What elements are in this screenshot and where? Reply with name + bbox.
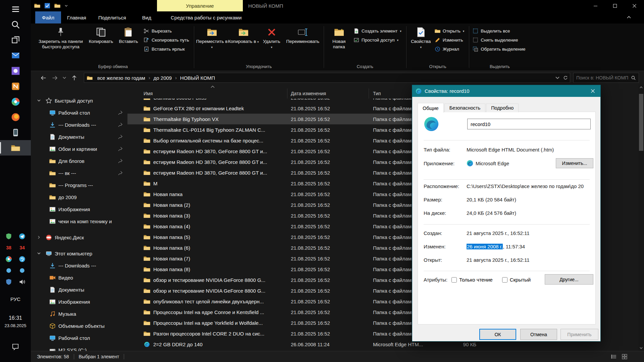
qat-customize-icon[interactable] bbox=[64, 4, 68, 8]
cut-button[interactable]: Вырезать bbox=[142, 27, 192, 35]
refresh-icon[interactable] bbox=[563, 75, 568, 80]
dialog-tab-1[interactable]: Общие bbox=[418, 103, 444, 113]
easy-access-button[interactable]: Простой доступ▾ bbox=[352, 37, 404, 44]
sidebar-item[interactable]: Рабочий стол bbox=[31, 107, 127, 119]
chevron-down-icon[interactable] bbox=[37, 98, 46, 103]
address-field[interactable]: все железо по годам›до 2009›НОВЫЙ КОМП bbox=[84, 73, 570, 83]
taskbar-mail-app[interactable] bbox=[0, 48, 31, 63]
tab-home[interactable]: Главная bbox=[61, 11, 92, 23]
recent-locations-button[interactable] bbox=[60, 73, 68, 83]
filename-input[interactable] bbox=[467, 119, 591, 129]
breadcrumb-item[interactable]: НОВЫЙ КОМП bbox=[178, 74, 217, 81]
context-ribbon-header[interactable]: Управление bbox=[157, 0, 243, 11]
taskbar-start-menu[interactable] bbox=[0, 1, 31, 17]
tray-defender[interactable] bbox=[5, 278, 13, 286]
tray-telegram[interactable] bbox=[18, 232, 26, 240]
taskbar-file-explorer[interactable] bbox=[0, 140, 31, 156]
taskbar-phone-link[interactable] bbox=[0, 125, 31, 140]
dialog-tab-3[interactable]: Подробно bbox=[486, 104, 519, 112]
tray-tray-app-2[interactable] bbox=[18, 266, 26, 275]
hidden-checkbox[interactable] bbox=[502, 277, 507, 283]
delete-button[interactable]: Удалить▾ bbox=[259, 25, 284, 61]
clock[interactable]: 16:31 23.08.2025 bbox=[0, 315, 31, 328]
tab-picture-tools[interactable]: Средства работы с рисунками bbox=[165, 11, 248, 23]
action-center-button[interactable] bbox=[0, 343, 31, 351]
invert-selection-button[interactable]: Обратить выделение bbox=[471, 46, 528, 53]
tray-volume[interactable] bbox=[18, 278, 26, 286]
thumbnails-view-icon[interactable] bbox=[622, 354, 627, 359]
change-app-button[interactable]: Изменить... bbox=[556, 158, 593, 168]
sidebar-item[interactable]: Изображения bbox=[31, 296, 127, 308]
details-view-icon[interactable] bbox=[611, 354, 616, 359]
paste-shortcut-button[interactable]: Вставить ярлык bbox=[142, 46, 192, 53]
history-button[interactable]: Журнал bbox=[433, 46, 467, 53]
qat-new-folder-icon[interactable] bbox=[54, 3, 60, 9]
scroll-down-button[interactable] bbox=[638, 345, 644, 351]
taskbar-task-view[interactable] bbox=[0, 32, 31, 48]
sidebar-item[interactable]: --- Downloads --- bbox=[31, 119, 127, 131]
ok-button[interactable]: ОК bbox=[479, 329, 516, 340]
new-folder-button[interactable]: Новая папка bbox=[326, 25, 352, 61]
readonly-checkbox[interactable] bbox=[451, 277, 457, 283]
copy-path-button[interactable]: Скопировать путь bbox=[142, 37, 192, 44]
edit-button[interactable]: Изменить bbox=[433, 37, 467, 44]
sidebar-item[interactable]: Видео bbox=[31, 272, 127, 284]
sidebar-item[interactable]: Яндекс.Диск bbox=[31, 231, 127, 243]
other-attributes-button[interactable]: Другие... bbox=[545, 274, 593, 285]
tray-qbittorrent[interactable] bbox=[18, 255, 26, 263]
tab-file[interactable]: Файл bbox=[35, 11, 61, 23]
sidebar-item[interactable]: Изображения bbox=[31, 203, 127, 215]
back-button[interactable] bbox=[38, 73, 49, 83]
tray-temp-monitor-2[interactable]: 34 bbox=[18, 244, 26, 252]
copy-button[interactable]: Копировать bbox=[87, 25, 115, 61]
language-indicator[interactable]: РУС bbox=[0, 296, 31, 302]
minimize-button[interactable] bbox=[586, 0, 605, 11]
sidebar-item[interactable]: чеки на комп технику и bbox=[31, 215, 127, 227]
vertical-scrollbar[interactable] bbox=[638, 84, 644, 351]
forward-button[interactable] bbox=[49, 73, 60, 83]
sidebar-item[interactable]: Музыка bbox=[31, 308, 127, 320]
copy-to-button[interactable]: Копировать в ▾ bbox=[228, 25, 259, 61]
cancel-button[interactable]: Отмена bbox=[520, 329, 557, 340]
sidebar-item[interactable]: до 2009 bbox=[31, 191, 127, 203]
column-header-date[interactable]: Дата изменения bbox=[287, 88, 369, 99]
collapse-ribbon-button[interactable] bbox=[627, 11, 631, 23]
search-icon[interactable] bbox=[631, 75, 636, 80]
chevron-right-icon[interactable] bbox=[37, 235, 46, 240]
taskbar-paint-app[interactable] bbox=[0, 94, 31, 109]
address-dropdown-icon[interactable] bbox=[555, 75, 560, 80]
dialog-title-bar[interactable]: Свойства: record10 bbox=[412, 85, 600, 97]
select-all-button[interactable]: Выделить все bbox=[471, 27, 528, 35]
sidebar-item[interactable]: --- Programs --- bbox=[31, 179, 127, 191]
breadcrumb-item[interactable]: все железо по годам bbox=[95, 74, 147, 81]
open-button[interactable]: Открыть▾ bbox=[433, 27, 467, 35]
tray-color-app[interactable] bbox=[5, 255, 13, 263]
sidebar-item[interactable]: Обои и картинки bbox=[31, 143, 127, 155]
properties-button[interactable]: Свойства▾ bbox=[409, 25, 433, 61]
taskbar-firefox[interactable] bbox=[0, 109, 31, 125]
new-item-button[interactable]: Создать элемент▾ bbox=[352, 27, 404, 35]
sidebar-item[interactable]: М2 SYS (C:) bbox=[31, 344, 127, 351]
select-none-button[interactable]: Снять выделение bbox=[471, 37, 528, 44]
sidebar-item[interactable]: Документы bbox=[31, 284, 127, 296]
up-button[interactable] bbox=[68, 73, 80, 83]
tab-view[interactable]: Вид bbox=[136, 11, 157, 23]
taskbar-search[interactable] bbox=[0, 17, 31, 32]
sidebar-item[interactable]: Этот компьютер bbox=[31, 247, 127, 259]
chevron-down-icon[interactable] bbox=[37, 251, 46, 256]
pin-to-quick-access-button[interactable]: Закрепить на панели быстрого доступа bbox=[34, 25, 87, 61]
close-button[interactable] bbox=[625, 0, 644, 11]
sidebar-item[interactable]: --- вк --- bbox=[31, 167, 127, 179]
dialog-close-button[interactable] bbox=[585, 85, 600, 97]
qat-properties-icon[interactable] bbox=[44, 3, 50, 9]
field-value[interactable]: 26 июня 2008 г., 11:57:34 bbox=[467, 244, 525, 249]
sidebar-item[interactable]: --- Downloads --- bbox=[31, 259, 127, 272]
taskbar-photos-app[interactable] bbox=[0, 63, 31, 78]
tab-share[interactable]: Поделиться bbox=[92, 11, 132, 23]
scrollbar-thumb[interactable] bbox=[639, 94, 643, 151]
sidebar-item[interactable]: Документы bbox=[31, 131, 127, 143]
tray-antivirus[interactable] bbox=[5, 232, 13, 240]
sidebar-item[interactable]: Быстрый доступ bbox=[31, 95, 127, 107]
paste-button[interactable]: Вставить bbox=[115, 25, 142, 61]
maximize-button[interactable] bbox=[605, 0, 625, 11]
